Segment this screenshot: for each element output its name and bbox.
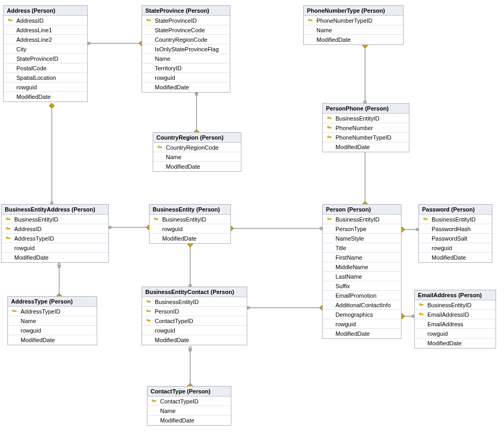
- column-name: ModifiedDate: [160, 417, 229, 424]
- table-column: AddressLine2: [4, 35, 87, 44]
- svg-point-12: [154, 218, 155, 219]
- primary-key-icon: [326, 115, 332, 121]
- table-column: rowguid: [2, 243, 108, 253]
- table-column: BusinessEntityID: [2, 215, 108, 224]
- primary-key-icon: [5, 235, 11, 241]
- primary-key-icon: [326, 125, 332, 131]
- table-password[interactable]: Password (Person)BusinessEntityIDPasswor…: [418, 204, 492, 263]
- table-column: rowguid: [142, 326, 247, 335]
- table-column: AddressLine1: [4, 25, 87, 35]
- column-name: BusinessEntityID: [432, 216, 490, 223]
- table-column: ModifiedDate: [323, 142, 409, 152]
- table-personphone[interactable]: PersonPhone (Person)BusinessEntityIDPhon…: [322, 103, 409, 152]
- column-name: rowguid: [155, 75, 228, 81]
- column-name: FirstName: [335, 254, 399, 261]
- column-name: PhoneNumberTypeID: [316, 17, 401, 24]
- table-column: PostalCode: [4, 63, 87, 73]
- table-businessentityaddress[interactable]: BusinessEntityAddress (Person)BusinessEn…: [1, 204, 109, 263]
- primary-key-icon-slot: [155, 144, 164, 150]
- table-businessentitycontact[interactable]: BusinessEntityContact (Person)BusinessEn…: [142, 287, 247, 345]
- table-column: BusinessEntityID: [419, 215, 492, 224]
- column-name: AddressTypeID: [14, 235, 106, 242]
- table-column: PersonID: [142, 307, 247, 316]
- table-countryregion[interactable]: CountryRegion (Person)CountryRegionCodeN…: [153, 132, 241, 172]
- primary-key-icon: [418, 311, 424, 317]
- table-column: rowguid: [8, 326, 97, 335]
- primary-key-icon-slot: [4, 226, 12, 232]
- table-column: ModifiedDate: [415, 338, 496, 348]
- column-name: SpatialLocation: [16, 75, 85, 81]
- table-emailaddress[interactable]: EmailAddress (Person)BusinessEntityIDEma…: [414, 290, 496, 348]
- table-phonenumbertype[interactable]: PhoneNumberType (Person)PhoneNumberTypeI…: [303, 5, 404, 45]
- column-name: Name: [316, 27, 401, 33]
- table-addresstype[interactable]: AddressType (Person)AddressTypeIDNamerow…: [7, 296, 97, 345]
- primary-key-icon-slot: [4, 235, 12, 241]
- table-column: Demographics: [323, 310, 401, 319]
- column-name: rowguid: [432, 245, 490, 251]
- table-column: PhoneNumberTypeID: [323, 133, 409, 142]
- table-column: BusinessEntityID: [323, 114, 409, 123]
- table-businessentity[interactable]: BusinessEntity (Person)BusinessEntityIDr…: [149, 204, 231, 244]
- table-column: ModifiedDate: [419, 253, 492, 262]
- table-column: CountryRegionCode: [153, 143, 241, 152]
- primary-key-icon-slot: [144, 308, 153, 314]
- column-name: AddressLine2: [16, 36, 85, 43]
- primary-key-icon-slot: [10, 308, 18, 314]
- column-name: PostalCode: [16, 65, 85, 71]
- table-column: Name: [8, 316, 97, 326]
- primary-key-icon: [157, 144, 163, 150]
- primary-key-icon-slot: [144, 17, 153, 23]
- primary-key-icon: [326, 216, 332, 222]
- column-name: rowguid: [155, 327, 245, 334]
- table-address[interactable]: Address (Person)AddressIDAddressLine1Add…: [3, 5, 88, 102]
- table-header: BusinessEntityContact (Person): [142, 287, 247, 297]
- primary-key-icon: [5, 226, 11, 232]
- column-name: AdditionalContactInfo: [335, 302, 399, 308]
- column-name: rowguid: [335, 321, 399, 327]
- table-person[interactable]: Person (Person)BusinessEntityIDPersonTyp…: [322, 204, 402, 339]
- table-column: AdditionalContactInfo: [323, 300, 401, 310]
- column-name: AddressID: [14, 226, 106, 232]
- table-column: ModifiedDate: [4, 92, 87, 102]
- table-stateprovince[interactable]: StateProvince (Person)StateProvinceIDSta…: [142, 5, 230, 93]
- column-name: Suffix: [335, 283, 399, 289]
- table-column: AddressID: [4, 16, 87, 25]
- table-column: PersonType: [323, 224, 401, 234]
- column-name: ModifiedDate: [155, 337, 245, 343]
- table-column: StateProvinceID: [142, 16, 230, 25]
- table-column: Name: [142, 54, 230, 63]
- table-column: rowguid: [323, 319, 401, 329]
- table-header: PhoneNumberType (Person): [304, 6, 403, 16]
- table-header: Person (Person): [323, 205, 401, 215]
- primary-key-icon: [326, 134, 332, 140]
- table-column: EmailAddress: [415, 319, 496, 329]
- svg-point-7: [328, 136, 328, 137]
- primary-key-icon-slot: [325, 125, 333, 131]
- primary-key-icon-slot: [421, 216, 430, 222]
- column-name: ModifiedDate: [21, 337, 95, 343]
- column-name: NameStyle: [335, 235, 399, 242]
- table-header: ContactType (Person): [147, 387, 231, 397]
- table-column: TerritoryID: [142, 63, 230, 73]
- table-header: BusinessEntity (Person): [150, 205, 230, 215]
- table-column: Name: [147, 406, 231, 416]
- table-column: City: [4, 44, 87, 54]
- table-column: ModifiedDate: [8, 335, 97, 345]
- column-name: AddressTypeID: [21, 308, 95, 315]
- table-column: BusinessEntityID: [323, 215, 401, 224]
- svg-point-21: [152, 400, 153, 401]
- table-header: AddressType (Person): [8, 297, 97, 307]
- table-contacttype[interactable]: ContactType (Person)ContactTypeIDNameMod…: [147, 386, 231, 426]
- column-name: Demographics: [335, 311, 399, 318]
- table-column: Name: [153, 152, 241, 162]
- column-name: BusinessEntityID: [155, 299, 245, 305]
- table-column: rowguid: [4, 82, 87, 92]
- table-column: ContactTypeID: [147, 397, 231, 406]
- table-column: StateProvinceID: [4, 54, 87, 63]
- table-column: ContactTypeID: [142, 316, 247, 326]
- column-name: ModifiedDate: [335, 144, 407, 150]
- svg-point-14: [424, 218, 424, 219]
- table-column: CountryRegionCode: [142, 35, 230, 44]
- column-name: StateProvinceID: [16, 56, 85, 62]
- table-column: BusinessEntityID: [415, 300, 496, 310]
